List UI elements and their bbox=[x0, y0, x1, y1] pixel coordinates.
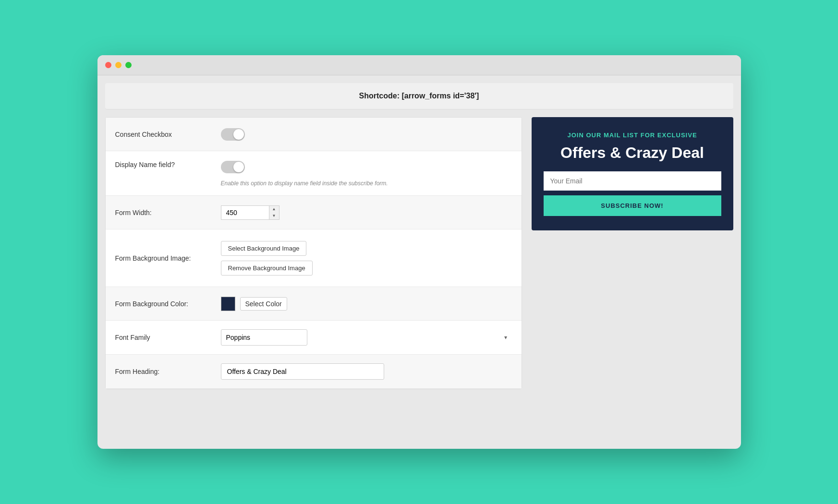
form-width-input-wrap: ▲ ▼ bbox=[221, 205, 512, 220]
select-bg-image-button[interactable]: Select Background Image bbox=[221, 241, 307, 256]
maximize-button[interactable] bbox=[125, 62, 132, 68]
form-bg-color-label: Form Background Color: bbox=[115, 300, 221, 308]
form-bg-image-label: Form Background Image: bbox=[115, 254, 221, 262]
form-width-down[interactable]: ▼ bbox=[269, 213, 279, 219]
display-name-helper: Enable this option to display name field… bbox=[221, 180, 512, 187]
color-control-wrap: Select Color bbox=[221, 297, 512, 311]
display-name-control: Enable this option to display name field… bbox=[221, 161, 512, 187]
form-heading-control bbox=[221, 363, 512, 380]
display-name-row: Display Name field? Enable this option t… bbox=[106, 151, 522, 196]
display-name-toggle[interactable] bbox=[221, 161, 245, 173]
titlebar bbox=[97, 55, 741, 75]
form-bg-color-control: Select Color bbox=[221, 297, 512, 311]
font-family-select[interactable]: Poppins Arial Georgia Roboto Open Sans bbox=[221, 329, 307, 346]
preview-card: JOIN OUR MAIL LIST FOR EXCLUSIVE Offers … bbox=[532, 117, 733, 230]
form-heading-input[interactable] bbox=[221, 363, 384, 380]
close-button[interactable] bbox=[105, 62, 111, 68]
remove-bg-image-button[interactable]: Remove Background Image bbox=[221, 261, 313, 276]
form-width-control: ▲ ▼ bbox=[221, 205, 512, 220]
font-family-control: Poppins Arial Georgia Roboto Open Sans bbox=[221, 329, 512, 346]
shortcode-text: Shortcode: [arrow_forms id='38'] bbox=[359, 92, 479, 100]
font-family-select-wrap: Poppins Arial Georgia Roboto Open Sans bbox=[221, 329, 512, 346]
color-swatch[interactable] bbox=[221, 297, 235, 311]
form-width-up[interactable]: ▲ bbox=[269, 206, 279, 213]
preview-email-input[interactable] bbox=[544, 171, 721, 191]
form-width-spinner: ▲ ▼ bbox=[269, 205, 279, 220]
consent-checkbox-label: Consent Checkbox bbox=[115, 131, 221, 138]
content-area: Consent Checkbox Display Name field? Ena… bbox=[97, 117, 741, 397]
preview-panel: JOIN OUR MAIL LIST FOR EXCLUSIVE Offers … bbox=[532, 117, 733, 389]
form-width-row: Form Width: ▲ ▼ bbox=[106, 196, 522, 229]
preview-subscribe-button[interactable]: SUBSCRIBE NOW! bbox=[544, 195, 721, 216]
form-heading-label: Form Heading: bbox=[115, 368, 221, 375]
font-family-label: Font Family bbox=[115, 334, 221, 341]
preview-title: Offers & Crazy Deal bbox=[544, 144, 721, 162]
form-width-label: Form Width: bbox=[115, 209, 221, 216]
form-bg-image-control: Select Background Image Remove Backgroun… bbox=[221, 241, 512, 276]
form-bg-image-row: Form Background Image: Select Background… bbox=[106, 229, 522, 287]
shortcode-bar: Shortcode: [arrow_forms id='38'] bbox=[105, 83, 733, 109]
select-color-button[interactable]: Select Color bbox=[240, 297, 287, 311]
app-window: Shortcode: [arrow_forms id='38'] Consent… bbox=[97, 55, 741, 449]
consent-checkbox-row: Consent Checkbox bbox=[106, 118, 522, 151]
consent-checkbox-control bbox=[221, 128, 512, 141]
minimize-button[interactable] bbox=[115, 62, 121, 68]
form-settings-panel: Consent Checkbox Display Name field? Ena… bbox=[105, 117, 522, 389]
form-width-input[interactable] bbox=[221, 205, 269, 220]
form-heading-row: Form Heading: bbox=[106, 355, 522, 389]
preview-subtitle: JOIN OUR MAIL LIST FOR EXCLUSIVE bbox=[544, 132, 721, 139]
consent-checkbox-toggle[interactable] bbox=[221, 128, 245, 141]
form-bg-color-row: Form Background Color: Select Color bbox=[106, 287, 522, 321]
display-name-label: Display Name field? bbox=[115, 161, 221, 168]
font-family-row: Font Family Poppins Arial Georgia Roboto… bbox=[106, 321, 522, 355]
